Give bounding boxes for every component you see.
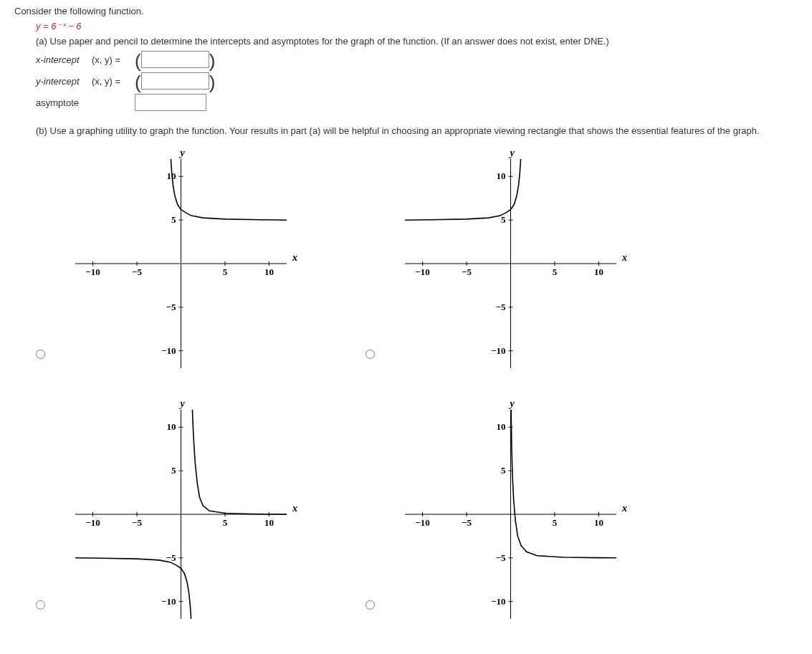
function-equation: y = 6⁻ˣ − 6 (36, 21, 798, 32)
svg-text:−5: −5 (132, 517, 142, 528)
svg-text:x: x (292, 503, 297, 514)
graph-radio-2[interactable] (366, 350, 375, 359)
part-a-text: (a) Use paper and pencil to determine th… (36, 36, 798, 47)
y-intercept-label: y-intercept (36, 76, 92, 87)
svg-text:10: 10 (594, 266, 603, 277)
svg-text:y: y (508, 148, 515, 158)
x-intercept-input[interactable] (141, 51, 209, 68)
graph-option-1: −10−5510−10−5510yx (57, 139, 344, 383)
svg-text:10: 10 (497, 421, 506, 432)
graph-radio-4[interactable] (366, 600, 375, 610)
svg-text:−5: −5 (132, 266, 142, 277)
svg-text:y: y (178, 148, 185, 158)
graph-svg-3: −10−5510−10−5510yx (57, 397, 301, 633)
intro-text: Consider the following function. (14, 6, 798, 16)
svg-text:5: 5 (553, 517, 558, 528)
svg-text:y: y (508, 398, 515, 409)
svg-text:−10: −10 (161, 596, 176, 607)
graph-svg-2: −10−5510−10−5510yx (387, 146, 631, 383)
svg-text:5: 5 (171, 465, 176, 476)
svg-text:−10: −10 (415, 266, 429, 277)
svg-text:−10: −10 (491, 345, 505, 356)
svg-text:5: 5 (171, 214, 176, 225)
close-paren-icon: ) (209, 54, 216, 67)
graph-radio-1[interactable] (36, 350, 45, 359)
svg-text:−10: −10 (415, 517, 429, 528)
x-intercept-label: x-intercept (36, 54, 92, 65)
svg-text:x: x (292, 252, 297, 263)
svg-text:10: 10 (594, 517, 603, 528)
y-intercept-row: y-intercept (x, y) = ( ) (36, 72, 798, 90)
svg-text:10: 10 (264, 266, 274, 277)
close-paren-icon: ) (209, 76, 216, 89)
svg-text:5: 5 (553, 266, 558, 277)
svg-text:x: x (621, 503, 627, 514)
svg-text:5: 5 (501, 465, 506, 476)
svg-text:−10: −10 (491, 596, 505, 607)
graph-options-grid: −10−5510−10−5510yx −10−5510−10−5510yx −1… (57, 139, 798, 633)
asymptote-row: asymptote (36, 94, 798, 111)
svg-text:−5: −5 (462, 266, 472, 277)
svg-text:−10: −10 (85, 266, 100, 277)
svg-text:10: 10 (167, 421, 176, 432)
asymptote-input[interactable] (135, 94, 206, 111)
svg-text:−5: −5 (462, 517, 472, 528)
svg-text:5: 5 (223, 517, 228, 528)
graph-option-3: −10−5510−10−5510yx (57, 390, 344, 633)
svg-text:−5: −5 (496, 302, 506, 312)
x-intercept-row: x-intercept (x, y) = ( ) (36, 51, 798, 68)
svg-text:5: 5 (223, 266, 228, 277)
svg-text:x: x (621, 252, 627, 263)
svg-text:10: 10 (497, 170, 506, 181)
asymptote-label: asymptote (36, 97, 92, 108)
svg-text:y: y (178, 398, 185, 409)
svg-text:−10: −10 (85, 517, 100, 528)
xy-equals: (x, y) = (92, 54, 135, 65)
svg-text:−10: −10 (161, 345, 176, 356)
part-b-text: (b) Use a graphing utility to graph the … (36, 125, 798, 136)
xy-equals: (x, y) = (92, 76, 135, 87)
open-paren-icon: ( (135, 54, 141, 67)
graph-option-4: −10−5510−10−5510yx (387, 390, 674, 633)
svg-text:5: 5 (501, 214, 506, 225)
svg-text:−5: −5 (166, 302, 176, 312)
svg-text:−5: −5 (496, 552, 506, 563)
svg-text:10: 10 (264, 517, 274, 528)
graph-svg-4: −10−5510−10−5510yx (387, 397, 631, 633)
graph-option-2: −10−5510−10−5510yx (387, 139, 674, 383)
graph-radio-3[interactable] (36, 600, 45, 610)
open-paren-icon: ( (135, 76, 141, 89)
y-intercept-input[interactable] (141, 72, 209, 90)
graph-svg-1: −10−5510−10−5510yx (57, 146, 301, 383)
